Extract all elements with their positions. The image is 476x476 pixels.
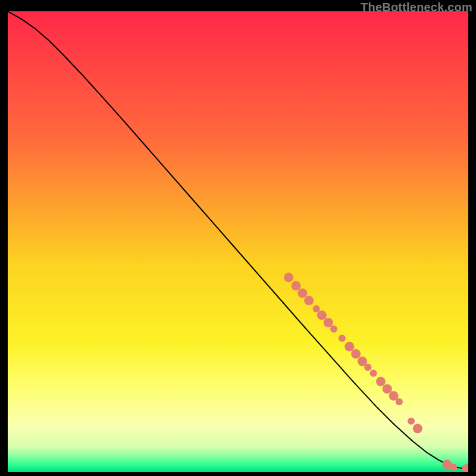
sample-dot <box>304 296 314 305</box>
sample-dot <box>298 289 307 298</box>
sample-dot <box>317 311 327 320</box>
sample-dot <box>450 464 457 471</box>
sample-dot <box>396 398 403 405</box>
bottleneck-chart <box>8 11 468 472</box>
sample-dot <box>413 424 422 433</box>
sample-dot <box>408 418 415 425</box>
sample-dot <box>364 364 371 371</box>
sample-dot <box>284 273 293 282</box>
sample-dot <box>376 377 386 386</box>
sample-dot <box>351 349 361 359</box>
sample-dot <box>313 305 320 312</box>
sample-dot <box>370 369 377 377</box>
sample-dot <box>324 318 333 327</box>
sample-dot <box>330 325 337 333</box>
sample-dot <box>292 281 301 290</box>
sample-dot <box>339 335 346 342</box>
sample-dot <box>345 342 354 351</box>
